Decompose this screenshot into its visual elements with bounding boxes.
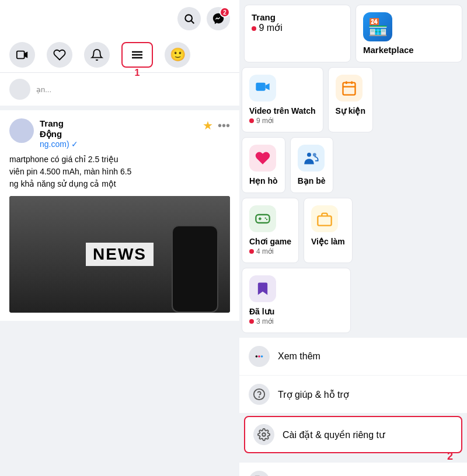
svg-rect-15 xyxy=(256,215,269,223)
star-icon[interactable]: ★ xyxy=(203,118,213,132)
nav-icons-row: 1 🙂 xyxy=(0,37,239,73)
trang-dot xyxy=(252,26,256,31)
dang-xuat-icon xyxy=(249,471,270,476)
more-options-icon[interactable]: ••• xyxy=(218,119,230,132)
video-watch-subtitle-text: 9 mới xyxy=(256,117,274,125)
viec-lam-title: Việc làm xyxy=(311,237,345,246)
svg-point-18 xyxy=(265,218,266,219)
choi-game-dot xyxy=(249,249,254,254)
tro-giup-item[interactable]: Trợ giúp & hỗ trợ xyxy=(239,376,467,414)
svg-point-13 xyxy=(307,153,311,157)
xem-them-icon xyxy=(249,346,270,367)
choi-game-title: Chơi game xyxy=(249,237,291,246)
post-line1: martphone có giá chỉ 2.5 triệu xyxy=(9,153,230,166)
da-luu-subtitle-text: 3 mới xyxy=(256,317,274,326)
post-header: Trang Động ng.com) ✓ ★ ••• xyxy=(9,118,230,149)
top-right-section: Trang 9 mới 🏪 Marketplace xyxy=(239,0,467,65)
marketplace-title: Marketplace xyxy=(363,45,414,55)
video-watch-subtitle: 9 mới xyxy=(249,117,316,125)
da-luu-dot xyxy=(249,319,254,324)
profile-row: ạn... xyxy=(0,73,239,106)
trang-subtitle: 9 mới xyxy=(252,22,343,33)
su-kien-menu-item[interactable]: Sự kiện xyxy=(328,67,373,132)
svg-line-1 xyxy=(191,21,194,24)
video-watch-title: Video trên Watch xyxy=(249,106,316,116)
left-panel: 2 1 🙂 xyxy=(0,0,239,476)
ban-be-icon xyxy=(298,145,325,172)
svg-point-25 xyxy=(259,397,260,397)
post-card: Trang Động ng.com) ✓ ★ ••• martphone có … xyxy=(0,110,239,321)
post-line2: viên pin 4.500 mAh, màn hình 6.5 xyxy=(9,166,230,178)
news-banner: NEWS xyxy=(86,243,154,266)
svg-point-0 xyxy=(185,15,192,22)
video-watch-dot xyxy=(249,118,254,123)
profile-avatar xyxy=(9,79,30,100)
ban-be-title: Bạn bè xyxy=(298,176,326,186)
svg-point-21 xyxy=(256,355,258,358)
su-kien-title: Sự kiện xyxy=(336,106,365,116)
messenger-badge: 2 xyxy=(219,7,230,18)
tro-giup-icon xyxy=(249,384,270,405)
xem-them-item[interactable]: Xem thêm xyxy=(239,338,467,376)
trang-title: Trang xyxy=(252,12,343,22)
svg-rect-2 xyxy=(17,51,25,59)
messenger-button[interactable]: 2 xyxy=(207,7,230,30)
post-name: Trang xyxy=(40,118,64,128)
tro-giup-label: Trợ giúp & hỗ trợ xyxy=(278,389,349,400)
cai-dat-label: Cài đặt & quyền riêng tư xyxy=(283,429,385,440)
su-kien-icon xyxy=(336,75,363,102)
video-watch-icon xyxy=(249,75,276,102)
search-button[interactable] xyxy=(177,7,201,30)
hen-ho-menu-item[interactable]: Hẹn hò xyxy=(242,137,285,193)
bell-nav-button[interactable] xyxy=(84,42,110,68)
video-nav-button[interactable] xyxy=(9,42,35,68)
post-avatar xyxy=(9,118,34,143)
step-1-label: 1 xyxy=(135,68,140,78)
bottom-menu: Xem thêm Trợ giúp & hỗ trợ Cài đặt & quy… xyxy=(239,338,467,476)
phone-shape xyxy=(172,225,218,313)
step-2-label: 2 xyxy=(447,450,453,463)
da-luu-subtitle: 3 mới xyxy=(249,317,343,326)
da-luu-menu-item[interactable]: Đã lưu 3 mới xyxy=(242,268,351,333)
top-bar: 2 xyxy=(0,0,239,37)
viec-lam-menu-item[interactable]: Việc làm xyxy=(304,198,353,263)
svg-rect-20 xyxy=(318,216,331,225)
svg-point-14 xyxy=(313,153,316,156)
right-panel: Trang 9 mới 🏪 Marketplace Video trên Wat… xyxy=(239,0,467,476)
svg-point-19 xyxy=(266,219,267,220)
post-verified: ng.com) ✓ xyxy=(40,139,197,149)
trang-menu-item[interactable]: Trang 9 mới xyxy=(244,5,351,62)
cai-dat-item[interactable]: Cài đặt & quyền riêng tư 2 xyxy=(244,416,462,453)
menu-nav-button[interactable]: 1 xyxy=(121,42,153,68)
emoji-nav-button[interactable]: 🙂 xyxy=(165,42,190,68)
svg-marker-8 xyxy=(266,83,270,90)
post-body: martphone có giá chỉ 2.5 triệu viên pin … xyxy=(9,153,230,190)
ban-be-menu-item[interactable]: Bạn bè xyxy=(290,137,333,193)
dang-xuat-item[interactable]: Đăng xuất xyxy=(239,463,467,476)
choi-game-icon xyxy=(249,205,276,232)
video-watch-menu-item[interactable]: Video trên Watch 9 mới xyxy=(242,67,323,132)
profile-name: ạn... xyxy=(36,85,51,94)
svg-rect-7 xyxy=(256,83,265,91)
post-actions: ★ ••• xyxy=(203,118,230,132)
choi-game-subtitle: 4 mới xyxy=(249,247,291,256)
svg-point-22 xyxy=(258,355,260,358)
marketplace-menu-item[interactable]: 🏪 Marketplace xyxy=(356,5,462,62)
da-luu-icon xyxy=(249,275,276,302)
marketplace-icon: 🏪 xyxy=(363,12,392,41)
post-info: Trang Động ng.com) ✓ xyxy=(40,118,197,149)
choi-game-menu-item[interactable]: Chơi game 4 mới xyxy=(242,198,299,263)
post-line3: ng khả năng sử dụng cả một xyxy=(9,178,230,190)
xem-them-label: Xem thêm xyxy=(278,351,320,362)
hen-ho-title: Hẹn hò xyxy=(249,176,278,186)
post-image: NEWS xyxy=(9,196,230,313)
trang-subtitle-text: 9 mới xyxy=(259,23,282,33)
choi-game-subtitle-text: 4 mới xyxy=(256,247,274,256)
hen-ho-icon xyxy=(249,145,276,172)
svg-rect-9 xyxy=(343,83,355,95)
post-name-main: Động xyxy=(40,129,197,139)
cai-dat-icon xyxy=(253,424,274,445)
heart-nav-button[interactable] xyxy=(47,42,72,68)
svg-point-26 xyxy=(262,433,266,436)
viec-lam-icon xyxy=(311,205,338,232)
